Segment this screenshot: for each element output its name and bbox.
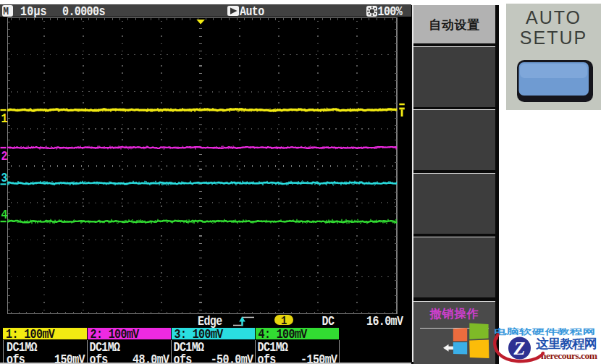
svg-text:Z: Z bbox=[513, 338, 526, 359]
